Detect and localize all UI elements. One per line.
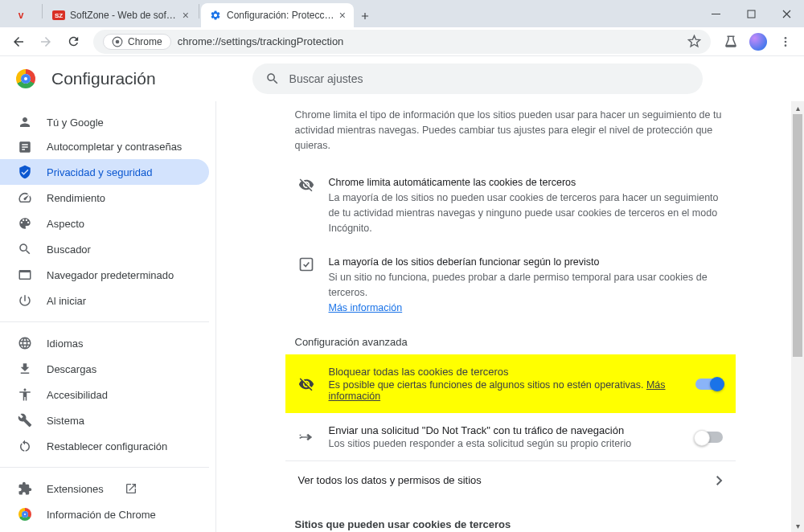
wrench-icon [18, 413, 32, 428]
bookmark-icon[interactable] [687, 35, 701, 48]
accessibility-icon [18, 387, 32, 402]
sidebar-item-label: Descargas [47, 363, 96, 375]
chrome-icon [18, 508, 32, 521]
row-block-all-cookies: Bloquear todas las cookies de terceros E… [285, 354, 736, 413]
row-body-text: Si un sitio no funciona, puedes probar a… [329, 270, 723, 301]
tab-softzone[interactable]: SZ SoftZone - Web de software de × [44, 3, 197, 27]
forward-button[interactable] [34, 30, 58, 54]
sidebar-item-downloads[interactable]: Descargas [0, 356, 209, 382]
info-row-cookies-limited: Chrome limita automáticamente las cookie… [285, 166, 736, 245]
close-icon[interactable]: × [183, 9, 189, 22]
search-icon [265, 72, 280, 86]
browser-toolbar: Chrome chrome://settings/trackingProtect… [0, 27, 804, 56]
scrollbar[interactable]: ▴ ▾ [791, 101, 804, 532]
sidebar-item-default-browser[interactable]: Navegador predeterminado [0, 262, 209, 288]
svg-point-5 [785, 40, 787, 43]
sidebar-item-autofill[interactable]: Autocompletar y contraseñas [0, 135, 209, 159]
sidebar-item-label: Autocompletar y contraseñas [47, 141, 182, 153]
scroll-track[interactable] [791, 114, 804, 519]
row-title: Bloquear todas las cookies de terceros [329, 366, 681, 378]
sidebar-item-appearance[interactable]: Aspecto [0, 211, 209, 236]
close-window-button[interactable] [769, 0, 804, 27]
maximize-button[interactable] [733, 0, 769, 27]
sidebar-item-label: Sistema [47, 415, 84, 427]
sidebar-separator [0, 467, 209, 468]
sidebar-item-about[interactable]: Información de Chrome [0, 501, 209, 527]
sidebar-item-label: Tú y Google [47, 117, 104, 129]
tab-pinned[interactable]: v [6, 3, 40, 27]
content-scroll[interactable]: Chrome limita el tipo de información que… [216, 101, 804, 532]
reload-button[interactable] [61, 30, 85, 54]
toggle-block-all-cookies[interactable] [695, 379, 723, 390]
row-subtitle: Es posible que ciertas funciones de algu… [329, 379, 681, 402]
tab-label: SoftZone - Web de software de [70, 10, 178, 21]
row-title: La mayoría de los sitios deberían funcio… [329, 255, 723, 270]
sidebar-item-you-google[interactable]: Tú y Google [0, 109, 209, 135]
scroll-thumb[interactable] [793, 114, 802, 357]
eye-off-icon [298, 175, 314, 193]
sidebar-item-label: Buscador [47, 243, 91, 256]
section-title-advanced: Configuración avanzada [285, 325, 736, 354]
eye-off-icon [298, 376, 314, 392]
sidebar-item-accessibility[interactable]: Accesibilidad [0, 382, 209, 407]
profile-avatar[interactable] [746, 30, 770, 54]
sidebar-item-privacy[interactable]: Privacidad y seguridad [0, 159, 209, 185]
scroll-down-icon[interactable]: ▾ [791, 519, 804, 532]
row-label: Ver todos los datos y permisos de sitios [298, 474, 482, 486]
sidebar-item-system[interactable]: Sistema [0, 407, 209, 433]
address-bar[interactable]: Chrome chrome://settings/trackingProtect… [93, 30, 711, 54]
arrow-forward-icon [298, 429, 314, 445]
softzone-favicon: SZ [52, 10, 65, 20]
intro-text: Chrome limita el tipo de información que… [285, 108, 736, 166]
sidebar-item-label: Navegador predeterminado [47, 269, 174, 281]
autofill-icon [18, 140, 32, 154]
svg-point-4 [785, 37, 787, 39]
site-info-chip[interactable]: Chrome [103, 34, 171, 50]
sidebar-item-label: Privacidad y seguridad [47, 166, 153, 178]
chip-label: Chrome [128, 36, 162, 47]
content-pane: Chrome limita el tipo de información que… [215, 101, 804, 532]
svg-rect-1 [748, 10, 755, 18]
row-subtitle: Los sitios pueden responder a esta solic… [329, 438, 681, 449]
search-icon [18, 242, 32, 256]
svg-rect-7 [300, 259, 312, 271]
new-tab-button[interactable] [354, 5, 376, 27]
tab-label: Configuración: Protección frent [227, 10, 334, 21]
row-do-not-track: Enviar una solicitud "Do Not Track" con … [285, 413, 736, 460]
info-row-most-sites-work: La mayoría de los sitios deberían funcio… [285, 245, 736, 325]
pinned-tab-icon: v [14, 9, 27, 22]
sidebar-item-extensions[interactable]: Extensiones [0, 476, 209, 501]
settings-favicon [209, 9, 222, 22]
more-info-link[interactable]: Más información [329, 302, 403, 313]
back-button[interactable] [6, 30, 31, 54]
sidebar-item-on-startup[interactable]: Al iniciar [0, 288, 209, 313]
shield-icon [18, 165, 32, 179]
menu-icon[interactable] [773, 30, 798, 54]
close-icon[interactable]: × [339, 9, 346, 22]
svg-rect-0 [712, 14, 720, 14]
row-title: Enviar una solicitud "Do Not Track" con … [329, 424, 681, 436]
reset-icon [18, 439, 32, 453]
sidebar-item-performance[interactable]: Rendimiento [0, 185, 209, 211]
toggle-do-not-track[interactable] [695, 432, 723, 443]
scroll-up-icon[interactable]: ▴ [791, 101, 804, 114]
settings-search[interactable]: Buscar ajustes [252, 63, 703, 94]
sidebar-item-label: Idiomas [47, 338, 84, 350]
minimize-button[interactable] [698, 0, 733, 27]
palette-icon [18, 216, 32, 231]
sidebar-item-search[interactable]: Buscador [0, 236, 209, 262]
row-all-site-data[interactable]: Ver todos los datos y permisos de sitios [285, 461, 736, 499]
labs-icon[interactable] [719, 30, 743, 54]
sidebar-item-reset[interactable]: Restablecer configuración [0, 433, 209, 459]
page-title: Configuración [51, 69, 156, 88]
external-link-icon [125, 482, 137, 495]
url-text: chrome://settings/trackingProtection [178, 35, 344, 47]
sidebar-item-label: Al iniciar [47, 295, 86, 307]
main-area: Tú y Google Autocompletar y contraseñas … [0, 101, 804, 532]
search-placeholder: Buscar ajustes [289, 72, 363, 85]
sidebar-item-languages[interactable]: Idiomas [0, 330, 209, 356]
sidebar-item-label: Restablecer configuración [47, 440, 167, 452]
tab-settings[interactable]: Configuración: Protección frent × [201, 3, 354, 27]
speedometer-icon [18, 190, 32, 205]
settings-header: Configuración Buscar ajustes [0, 56, 804, 101]
